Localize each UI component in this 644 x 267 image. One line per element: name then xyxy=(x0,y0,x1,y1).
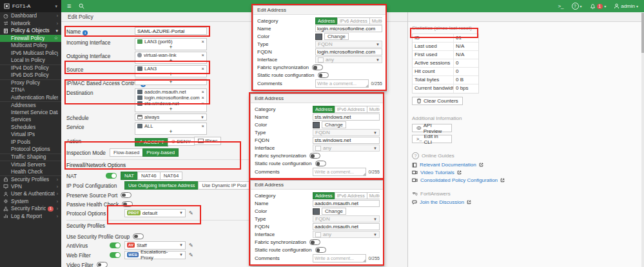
nat64-button[interactable]: NAT64 xyxy=(160,172,183,180)
category-ipv6-address-button[interactable]: IPv6 Address xyxy=(335,106,367,113)
sidebar-item-authentication-rules[interactable]: Authentication Rules xyxy=(0,94,61,102)
destination-select[interactable]: aadcdn.msauth.net × login.microsoftonlin… xyxy=(135,88,207,112)
address-name-input[interactable]: sts.windows.net xyxy=(313,114,380,121)
nat46-button[interactable]: NAT46 xyxy=(137,172,161,180)
use-dynamic-ip-pool-button[interactable]: Use Dynamic IP Pool xyxy=(198,181,250,190)
sidebar-item-traffic-shaping[interactable]: Traffic Shaping xyxy=(0,153,61,161)
sidebar-item-services[interactable]: Services xyxy=(0,116,61,124)
use-security-profile-group-toggle[interactable] xyxy=(133,233,144,239)
static-route-configuration-toggle[interactable] xyxy=(318,72,329,78)
device-selector[interactable]: FGT1-A ▾ xyxy=(0,0,61,12)
sidebar-item-ip-pools[interactable]: IP Pools xyxy=(0,139,61,146)
sidebar-item-multicast-policy[interactable]: Multicast Policy xyxy=(0,42,61,50)
sidebar-item-firewall-policy[interactable]: Firewall Policy☆ xyxy=(0,35,61,43)
sidebar-item-schedules[interactable]: Schedules xyxy=(0,124,61,132)
edit-in-cli-button[interactable]: >_ Edit in CLI xyxy=(412,135,452,143)
add-icon[interactable]: + xyxy=(137,129,204,134)
category-address-button[interactable]: Address xyxy=(313,192,335,199)
static-route-configuration-toggle[interactable] xyxy=(315,161,326,166)
help-menu[interactable]: ?▾ xyxy=(572,3,582,10)
schedule-select[interactable]: always ▼ xyxy=(135,114,207,121)
sidebar-item-virtual-ips[interactable]: Virtual IPs xyxy=(0,131,61,139)
video-tutorials-link[interactable]: Video Tutorials xyxy=(412,170,641,175)
sidebar-item-proxy-policy[interactable]: Proxy Policy xyxy=(0,79,61,87)
edit-pencil-icon[interactable]: ✎ xyxy=(189,209,193,216)
add-icon[interactable]: + xyxy=(137,58,204,63)
sidebar-item-internet-service-database[interactable]: Internet Service Database xyxy=(0,109,61,117)
comments-input[interactable]: Write a comment... xyxy=(313,254,366,262)
api-preview-button[interactable]: API Preview xyxy=(412,124,452,132)
policy-name-input[interactable]: SAML-AZURE-Portal xyxy=(135,27,207,35)
source-select[interactable]: LAN3 × + xyxy=(135,65,207,77)
join-the-discussion-link[interactable]: Join the Discussion xyxy=(412,199,641,205)
accept-button[interactable]: ✔ACCEPT xyxy=(135,138,168,146)
category-address-button[interactable]: Address xyxy=(315,17,338,25)
add-icon[interactable]: + xyxy=(137,106,204,112)
category-ipv6-address-button[interactable]: IPv6 Address xyxy=(335,192,367,199)
fabric-synchronization-toggle[interactable] xyxy=(309,239,320,245)
sidebar-item-network[interactable]: Network› xyxy=(0,20,61,28)
category-address-button[interactable]: Address xyxy=(313,106,335,113)
sidebar-item-health-check[interactable]: Health Check xyxy=(0,168,61,176)
edit-pencil-icon[interactable]: ✎ xyxy=(189,241,193,248)
address-name-input[interactable]: aadcdn.msauth.net xyxy=(313,200,380,207)
sidebar-item-security-profiles[interactable]: Security Profiles› xyxy=(0,175,61,183)
scrollbar-thumb[interactable] xyxy=(641,13,644,53)
change-color-button[interactable]: Change xyxy=(324,33,349,40)
change-color-button[interactable]: Change xyxy=(322,208,346,215)
edit-pencil-icon[interactable]: ✎ xyxy=(189,251,193,258)
category-multicast-address-button[interactable]: Multicast Address xyxy=(369,17,382,25)
favorite-star-icon[interactable]: ☆ xyxy=(54,35,58,41)
remove-icon[interactable]: × xyxy=(202,89,204,95)
preserve-source-port-toggle[interactable] xyxy=(121,192,132,198)
sidebar-item-addresses[interactable]: Addresses xyxy=(0,101,61,109)
category-multicast-address-button[interactable]: Multicast Address xyxy=(367,106,380,113)
sidebar-item-log-report[interactable]: Log & Report› xyxy=(0,213,61,221)
category-ipv6-address-button[interactable]: IPv6 Address xyxy=(337,17,370,25)
remove-icon[interactable]: × xyxy=(202,52,204,58)
sidebar-item-ipv6-multicast-policy[interactable]: IPv6 Multicast Policy xyxy=(0,50,61,57)
deny-button[interactable]: ⊘DENY xyxy=(168,137,195,146)
remove-icon[interactable]: × xyxy=(202,95,204,101)
sidebar-item-ipv4-dos-policy[interactable]: IPv4 DoS Policy xyxy=(0,64,61,72)
ipmac-select[interactable]: + xyxy=(135,79,207,85)
flow-based-button[interactable]: Flow-based xyxy=(110,148,143,157)
search-icon[interactable] xyxy=(79,3,84,9)
comments-input[interactable]: Write a comment... xyxy=(313,168,366,176)
web-filter-select[interactable]: WEB Escalations-Proxy ▼ xyxy=(124,251,186,259)
clear-counters-button[interactable]: Clear Counters xyxy=(412,97,463,105)
fqdn-input[interactable]: login.microsoftonline.com xyxy=(315,48,382,55)
add-icon[interactable]: + xyxy=(137,72,204,77)
incoming-interface-select[interactable]: LAN3 (port6) × + xyxy=(135,38,207,50)
remove-icon[interactable]: × xyxy=(202,123,204,129)
sidebar-item-security-fabric[interactable]: Security Fabric 1 › xyxy=(0,205,61,213)
nat-button[interactable]: NAT xyxy=(121,172,138,180)
fqdn-input[interactable]: sts.windows.net xyxy=(313,137,380,144)
add-icon[interactable]: + xyxy=(137,44,204,50)
sidebar-item-user-authentication[interactable]: User & Authentication› xyxy=(0,190,61,198)
admin-menu[interactable]: admin ▾ xyxy=(614,3,638,9)
antivirus-toggle[interactable] xyxy=(110,242,121,248)
fqdn-input[interactable]: aadcdn.msauth.net xyxy=(313,223,380,230)
remove-icon[interactable]: × xyxy=(202,39,204,44)
service-select[interactable]: ALL × + xyxy=(135,123,207,135)
passive-health-check-toggle[interactable] xyxy=(122,201,133,207)
outgoing-interface-select[interactable]: virtual-wan-link × + xyxy=(135,52,207,64)
sidebar-item-virtual-servers[interactable]: Virtual Servers xyxy=(0,161,61,168)
sidebar-item-policy-objects[interactable]: Policy & Objects▾ xyxy=(0,27,61,35)
notifications-menu[interactable]: 1 ▾ xyxy=(590,3,607,10)
video-filter-toggle[interactable] xyxy=(97,262,108,267)
protocol-options-select[interactable]: PROT default ▼ xyxy=(124,209,186,217)
ipsec-button[interactable]: IPsec xyxy=(194,137,222,145)
sidebar-item-local-in-policy[interactable]: Local In Policy xyxy=(0,57,61,64)
relevant-documentation-link[interactable]: Relevant Documentation xyxy=(412,162,641,168)
add-icon[interactable]: + xyxy=(137,79,204,84)
hamburger-icon[interactable]: ≡ xyxy=(67,3,71,10)
comments-input[interactable]: Write a comment... xyxy=(315,79,369,88)
consolidated-policy-configuration-link[interactable]: Consolidated Policy Configuration xyxy=(412,177,641,183)
cli-console-icon[interactable]: >_ xyxy=(558,3,563,9)
nat-toggle[interactable] xyxy=(106,173,117,179)
category-multicast-address-button[interactable]: Multicast Address xyxy=(367,192,380,199)
change-color-button[interactable]: Change xyxy=(322,121,346,128)
web-filter-toggle[interactable] xyxy=(110,252,121,258)
